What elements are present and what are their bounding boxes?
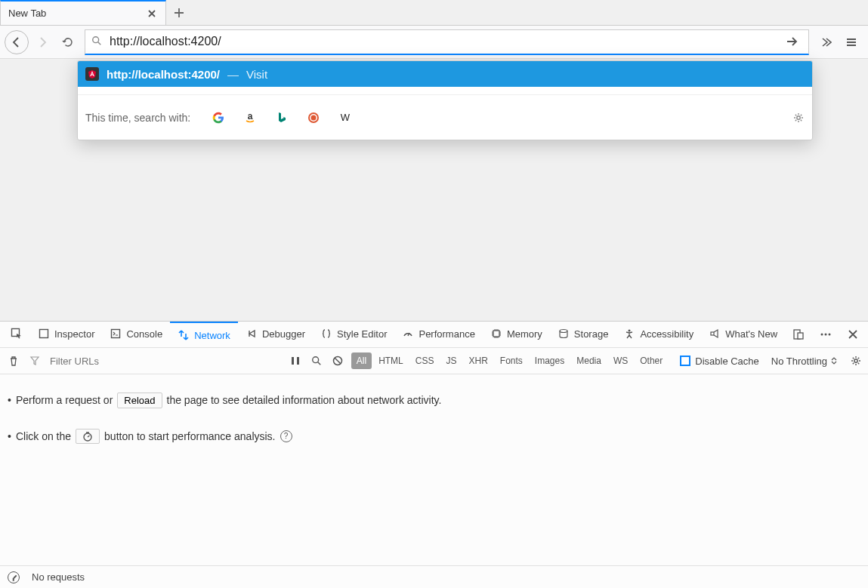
svg-point-18 <box>829 334 831 336</box>
svg-point-11 <box>560 330 567 333</box>
reload-inline-button[interactable]: Reload <box>117 393 162 408</box>
forward-button[interactable] <box>30 30 54 54</box>
svg-point-12 <box>629 330 631 332</box>
amazon-icon[interactable]: a <box>243 111 257 125</box>
svg-rect-13 <box>711 332 714 335</box>
performance-icon <box>402 328 414 340</box>
tab-network[interactable]: Network <box>170 322 238 348</box>
tab-label: Performance <box>419 328 474 340</box>
throttling-select[interactable]: No Throttling <box>771 356 838 367</box>
network-status-bar: No requests <box>0 565 868 588</box>
clear-button[interactable] <box>5 352 23 370</box>
tab-title: New Tab <box>8 8 146 19</box>
tab-inspector[interactable]: Inspector <box>30 322 102 348</box>
responsive-design-button[interactable] <box>786 322 811 346</box>
type-filter-other[interactable]: Other <box>635 352 668 369</box>
svg-rect-19 <box>292 357 294 365</box>
go-button[interactable] <box>781 31 802 52</box>
devtools-panel: Inspector Console Network Debugger Style… <box>0 321 868 588</box>
tab-label: What's New <box>725 328 777 340</box>
type-filter-xhr[interactable]: XHR <box>464 352 493 369</box>
url-input[interactable] <box>110 35 781 48</box>
type-filter-images[interactable]: Images <box>530 352 570 369</box>
throttling-label: No Throttling <box>771 356 827 367</box>
devtools-more-button[interactable] <box>814 322 838 346</box>
svg-point-23 <box>854 359 857 362</box>
duckduckgo-icon[interactable] <box>307 111 320 125</box>
search-icon <box>91 35 103 48</box>
tab-whats-new[interactable]: What's New <box>701 322 785 348</box>
tab-style-editor[interactable]: Style Editor <box>313 322 394 348</box>
overflow-button[interactable] <box>814 30 838 54</box>
network-empty-state: • Perform a request or Reload the page t… <box>0 374 868 565</box>
disable-cache-toggle[interactable]: Disable Cache <box>680 356 759 367</box>
menu-button[interactable] <box>839 30 863 54</box>
type-filter-all[interactable]: All <box>351 352 372 369</box>
sort-icon <box>830 357 838 365</box>
tab-label: Debugger <box>262 328 305 340</box>
search-button[interactable] <box>309 353 324 368</box>
navigation-toolbar <box>0 26 868 59</box>
svg-point-17 <box>825 334 827 336</box>
close-tab-button[interactable] <box>146 8 158 20</box>
devtools-tab-bar: Inspector Console Network Debugger Style… <box>0 322 868 348</box>
bullet-icon: • <box>8 388 11 414</box>
tab-label: Accessibility <box>640 328 693 340</box>
search-with-label: This time, search with: <box>85 112 190 124</box>
whats-new-icon <box>709 328 721 340</box>
url-suggestion-item[interactable]: http://localhost:4200/ — Visit <box>78 61 812 87</box>
svg-rect-8 <box>40 330 48 338</box>
empty-text-1b: the page to see detailed information abo… <box>167 388 442 414</box>
svg-rect-20 <box>297 357 299 365</box>
style-editor-icon <box>320 328 332 340</box>
tab-label: Inspector <box>54 328 94 340</box>
wikipedia-icon[interactable]: W <box>338 111 352 125</box>
tab-performance[interactable]: Performance <box>394 322 482 348</box>
storage-icon <box>558 328 570 340</box>
tab-console[interactable]: Console <box>102 322 170 348</box>
help-icon[interactable]: ? <box>280 430 292 442</box>
tab-storage[interactable]: Storage <box>550 322 616 348</box>
network-icon <box>178 329 190 341</box>
console-icon <box>110 328 122 340</box>
svg-text:a: a <box>248 112 253 122</box>
browser-tab[interactable]: New Tab <box>0 0 166 25</box>
network-settings-button[interactable] <box>848 353 863 368</box>
type-filter-media[interactable]: Media <box>571 352 607 369</box>
type-filter-js[interactable]: JS <box>440 352 462 369</box>
disable-cache-label: Disable Cache <box>695 356 759 367</box>
type-filter-ws[interactable]: WS <box>608 352 633 369</box>
google-icon[interactable] <box>212 111 225 125</box>
reload-button[interactable] <box>56 30 80 54</box>
url-bar[interactable] <box>85 29 809 55</box>
svg-rect-10 <box>493 331 499 337</box>
tab-label: Memory <box>507 328 542 340</box>
inspect-element-icon <box>11 328 23 340</box>
search-settings-button[interactable] <box>792 112 805 124</box>
debugger-icon <box>246 328 258 340</box>
tab-label: Storage <box>574 328 609 340</box>
tab-debugger[interactable]: Debugger <box>238 322 313 348</box>
tab-memory[interactable]: Memory <box>483 322 550 348</box>
block-button[interactable] <box>330 353 345 368</box>
type-filter-fonts[interactable]: Fonts <box>495 352 528 369</box>
new-tab-button[interactable] <box>166 0 192 25</box>
tab-label: Style Editor <box>337 328 387 340</box>
devtools-pick-element[interactable] <box>3 322 30 348</box>
memory-icon <box>490 328 502 340</box>
devtools-close-button[interactable] <box>841 322 865 346</box>
filter-urls-input[interactable] <box>47 352 258 370</box>
requests-count: No requests <box>32 571 85 583</box>
type-filter-css[interactable]: CSS <box>410 352 440 369</box>
tab-accessibility[interactable]: Accessibility <box>616 322 701 348</box>
tab-label: Network <box>194 330 230 341</box>
stopwatch-icon[interactable] <box>8 571 20 583</box>
angular-icon <box>85 67 99 81</box>
bullet-icon: • <box>8 424 11 450</box>
pause-button[interactable] <box>288 353 303 368</box>
performance-analysis-button[interactable] <box>76 429 100 444</box>
empty-text-2b: button to start performance analysis. <box>104 424 275 450</box>
back-button[interactable] <box>5 30 29 54</box>
type-filter-html[interactable]: HTML <box>373 352 409 369</box>
bing-icon[interactable] <box>275 111 289 125</box>
